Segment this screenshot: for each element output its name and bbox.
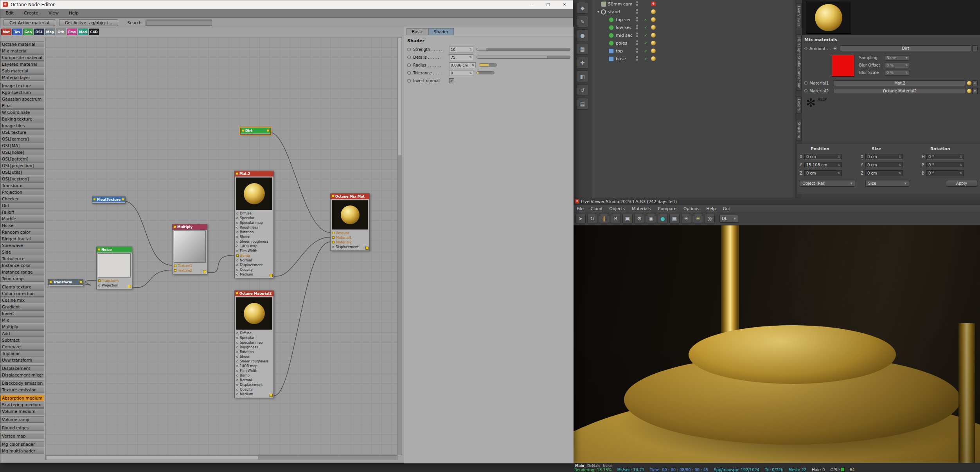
output-port-icon[interactable] <box>128 285 131 288</box>
port-icon[interactable] <box>236 370 238 372</box>
output-port-icon[interactable] <box>270 274 273 277</box>
node-type-osl-camera-[interactable]: OSL[camera] <box>0 136 44 142</box>
get-active-tag-button[interactable]: Get Active tag/object... <box>59 19 118 26</box>
object-row-50mm-cam[interactable]: 50mm cam✻ <box>592 0 793 8</box>
property-slider[interactable] <box>477 71 494 74</box>
node-type-projection[interactable]: Projection <box>0 189 44 195</box>
visibility-dots[interactable] <box>636 48 638 53</box>
menu-view[interactable]: View <box>43 11 64 16</box>
node-type-baking-texture[interactable]: Baking texture <box>0 116 44 122</box>
pin-medium[interactable]: Medium <box>235 272 273 277</box>
pin-film-width[interactable]: Film Width <box>235 368 273 373</box>
position-y-field[interactable]: 15.108 cm⇅ <box>804 162 842 168</box>
node-type-dirt[interactable]: Dirt <box>0 202 44 209</box>
lv-menu-objects[interactable]: Objects <box>606 206 629 211</box>
lv-menu-gui[interactable]: Gui <box>719 206 734 211</box>
select-tool-icon[interactable]: ➤ <box>575 214 586 224</box>
pen-tool-icon[interactable]: ✎ <box>577 16 588 27</box>
settings-gear-icon[interactable]: ⚙ <box>634 214 644 224</box>
spinner-arrows-icon[interactable]: ⇅ <box>959 163 962 167</box>
node-type-multiply[interactable]: Multiply <box>0 324 44 330</box>
spinner-arrows-icon[interactable]: ⇅ <box>469 71 472 75</box>
list-tool-icon[interactable]: ▤ <box>577 98 588 110</box>
property-value-field[interactable]: 75.⇅ <box>449 54 473 60</box>
node-dirt[interactable]: Dirt <box>240 128 271 135</box>
pin-specular[interactable]: Specular <box>235 335 273 340</box>
material1-link-button[interactable]: Mat.2 <box>834 80 966 86</box>
spinner-arrows-icon[interactable]: ⇅ <box>469 56 472 59</box>
visibility-dots[interactable] <box>636 1 638 6</box>
dock-tab-hdr-light-studio-connection[interactable]: HDR Light Studio Connection <box>796 34 802 91</box>
material-tag-icon[interactable] <box>651 49 656 53</box>
render-visibility-dot-icon[interactable] <box>636 4 638 6</box>
visibility-dots[interactable] <box>636 25 638 29</box>
node-transform[interactable]: Transform <box>48 279 83 286</box>
field-spinner[interactable]: 0 %⇅ <box>885 63 909 68</box>
category-ems[interactable]: Ems <box>67 29 77 35</box>
port-icon[interactable] <box>236 360 238 362</box>
visibility-dots[interactable] <box>636 32 638 37</box>
node-noise[interactable]: NoiseTransformProjection <box>96 247 132 289</box>
node-type-mix[interactable]: Mix <box>0 317 44 323</box>
spinner-arrows-icon[interactable]: ⇅ <box>905 64 908 67</box>
property-slider[interactable] <box>479 63 497 67</box>
animation-dot-icon[interactable] <box>407 56 411 59</box>
pin-opacity[interactable]: Opacity <box>235 387 273 392</box>
node-mat2[interactable]: Mat.2DiffuseSpecularSpecular mapRoughnes… <box>234 171 274 278</box>
node-type-composite-material[interactable]: Composite material <box>0 54 44 61</box>
node-type-transform[interactable]: Transform <box>0 182 44 189</box>
port-icon[interactable] <box>236 259 238 261</box>
material-tag-icon[interactable] <box>651 9 656 14</box>
node-type-osl-texture[interactable]: OSL texture <box>0 129 44 135</box>
node-type-triplanar[interactable]: Triplanar <box>0 350 44 357</box>
port-icon[interactable] <box>236 375 238 377</box>
port-icon[interactable] <box>236 342 238 344</box>
spinner-arrows-icon[interactable]: ⇅ <box>959 155 962 159</box>
port-icon[interactable] <box>236 245 238 247</box>
grid-tool-icon[interactable]: ▦ <box>577 43 588 55</box>
editor-visibility-dot-icon[interactable] <box>636 48 638 50</box>
pin-roughness[interactable]: Roughness <box>235 225 273 230</box>
lock-resolution-icon[interactable]: ▣ <box>622 214 633 224</box>
pin-sheen-roughness[interactable]: Sheen roughness <box>235 359 273 364</box>
spinner-arrows-icon[interactable]: ⇅ <box>469 48 472 51</box>
node-type-gaussian-spectrum[interactable]: Gaussian spectrum <box>0 96 44 102</box>
port-icon[interactable] <box>236 213 238 214</box>
output-port-icon[interactable] <box>79 281 82 283</box>
animation-dot-icon[interactable] <box>804 89 807 92</box>
pin-specular[interactable]: Specular <box>235 216 273 220</box>
animation-dot-icon[interactable] <box>407 79 411 83</box>
port-icon[interactable] <box>236 393 238 395</box>
coordinate-mode-dropdown[interactable]: Object (Rel)▼ <box>800 180 855 187</box>
editor-visibility-dot-icon[interactable] <box>636 32 638 34</box>
tab-shader[interactable]: Shader <box>428 28 454 35</box>
node-type-absorption-medium[interactable]: Absorption medium <box>0 395 44 401</box>
animation-dot-icon[interactable] <box>804 47 807 50</box>
dock-tab-structure[interactable]: Structure <box>796 119 802 141</box>
editor-visibility-dot-icon[interactable] <box>636 56 638 58</box>
category-mat[interactable]: Mat <box>1 29 11 35</box>
node-type-uvw-transform[interactable]: Uvw transform <box>0 357 44 363</box>
node-type-volume-medium[interactable]: Volume medium <box>0 408 44 414</box>
object-row-poles[interactable]: poles✓ <box>592 39 793 47</box>
input-port-icon[interactable] <box>236 292 238 295</box>
render-visibility-dot-icon[interactable] <box>636 20 638 22</box>
size-z-field[interactable]: 0 cm⇅ <box>865 170 903 176</box>
node-header[interactable]: FloatTexture <box>92 197 125 202</box>
port-icon[interactable] <box>236 379 238 381</box>
node-type-image-tiles[interactable]: Image tiles <box>0 123 44 129</box>
lv-menu-help[interactable]: Help <box>703 206 719 211</box>
rotation-p-field[interactable]: 0 °⇅ <box>926 162 964 168</box>
pin-specular-map[interactable]: Specular map <box>235 340 273 345</box>
pin-diffuse[interactable]: Diffuse <box>235 331 273 335</box>
field-spinner[interactable]: 0 %⇅ <box>885 70 909 76</box>
node-floattex[interactable]: FloatTexture <box>92 196 126 204</box>
spinner-arrows-icon[interactable]: ⇅ <box>905 71 908 74</box>
pause-icon[interactable]: ∥ <box>599 214 609 224</box>
category-med[interactable]: Med <box>78 29 88 35</box>
half-shade-tool-icon[interactable]: ◧ <box>577 70 588 82</box>
port-icon[interactable] <box>236 241 238 243</box>
object-row-top-sec[interactable]: top sec✓ <box>592 16 793 23</box>
material-preview[interactable] <box>806 2 851 34</box>
spinner-arrows-icon[interactable]: ⇅ <box>471 63 474 67</box>
